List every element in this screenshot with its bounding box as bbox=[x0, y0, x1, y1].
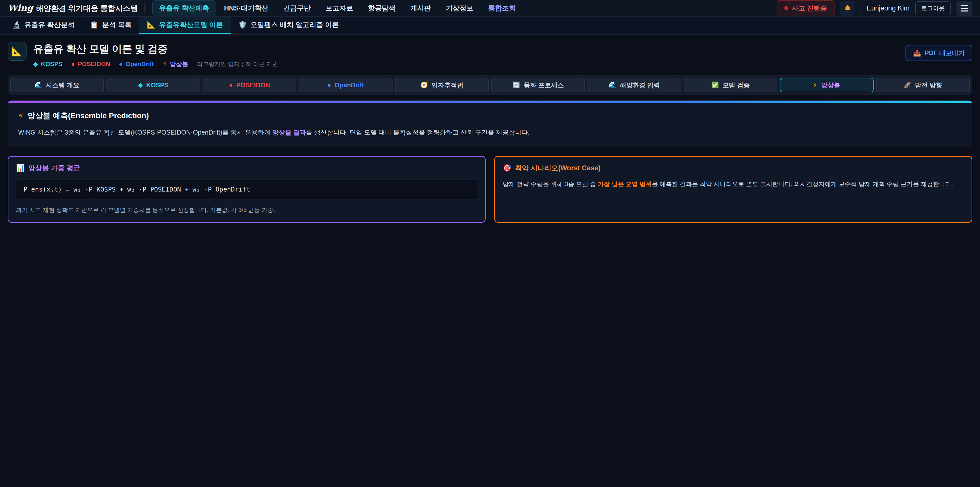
page-icon-box: 📐 bbox=[8, 42, 27, 61]
notification-bell-button[interactable] bbox=[840, 1, 855, 16]
ensemble-panel-description: WING 시스템은 3종의 유출유 확산 모델(KOSPS·POSEIDON·O… bbox=[18, 128, 962, 137]
hamburger-menu-icon[interactable] bbox=[956, 1, 972, 16]
logout-button[interactable]: 로그아웃 bbox=[915, 1, 951, 15]
app-logo: Wing 해양환경 위기대응 통합시스템 bbox=[8, 3, 138, 14]
section-button-system-overview[interactable]: 🌊 시스템 개요 bbox=[10, 78, 104, 92]
main-nav: 유출유 확산예측 HNS·대기확산 긴급구난 보고자료 항공탐색 게시판 기상정… bbox=[151, 0, 523, 16]
page-header-text: 유출유 확산 모델 이론 및 검증 ◆ KOSPS ● POSEIDON ● O… bbox=[33, 42, 278, 68]
circle-icon: ● bbox=[229, 81, 233, 89]
weighted-average-caption: 과거 사고 재현 정확도 기반으로 각 모델별 가중치를 동적으로 산정합니다.… bbox=[16, 206, 477, 214]
tab-oil-fence-algorithm-theory[interactable]: 🛡️ 오일펜스 배치 알고리즘 이론 bbox=[231, 17, 347, 34]
shield-icon: 🛡️ bbox=[239, 21, 247, 29]
compass-icon: 🧭 bbox=[420, 81, 428, 89]
lightning-icon: ⚡ bbox=[162, 61, 167, 68]
top-navigation-bar: Wing 해양환경 위기대응 통합시스템 유출유 확산예측 HNS·대기확산 긴… bbox=[0, 0, 980, 17]
triangle-ruler-icon: 📐 bbox=[147, 21, 156, 29]
section-nav: 🌊 시스템 개요 ◆ KOSPS ● POSEIDON ● OpenDrift … bbox=[8, 75, 972, 95]
nav-divider bbox=[145, 3, 145, 13]
incident-badge-label: 사고 진행중 bbox=[792, 4, 827, 13]
topnav-right-group: 사고 진행중 Eunjeong Kim 로그아웃 bbox=[776, 0, 972, 16]
tab-analysis-list[interactable]: 📋 분석 목록 bbox=[82, 17, 139, 34]
section-button-poseidon[interactable]: ● POSEIDON bbox=[203, 78, 296, 92]
app-title: 해양환경 위기대응 통합시스템 bbox=[36, 3, 138, 14]
nav-item-board[interactable]: 게시판 bbox=[404, 0, 438, 16]
weighted-average-title: 📊 앙상블 가중 평균 bbox=[16, 163, 477, 172]
target-icon: 🎯 bbox=[503, 164, 511, 172]
section-button-kosps[interactable]: ◆ KOSPS bbox=[107, 78, 200, 92]
diamond-icon: ◆ bbox=[33, 61, 38, 68]
worst-case-card: 🎯 최악 시나리오(Worst Case) 방제 전략 수립을 위해 3종 모델… bbox=[494, 156, 972, 223]
section-button-ensemble[interactable]: ⚡ 앙상블 bbox=[780, 78, 873, 92]
check-icon: ✅ bbox=[711, 81, 719, 89]
lightning-icon: ⚡ bbox=[813, 81, 818, 89]
circle-icon: ● bbox=[328, 81, 331, 89]
badge-ensemble: ⚡ 앙상블 bbox=[162, 60, 188, 68]
badge-opendrift: ● OpenDrift bbox=[119, 61, 154, 68]
ensemble-formula-code: P_ens(x,t) = w₁ ·P_KOSPS + w₂ ·P_POSEIDO… bbox=[16, 179, 477, 200]
tab-label: 분석 목록 bbox=[102, 20, 132, 29]
model-badge-row: ◆ KOSPS ● POSEIDON ● OpenDrift ⚡ 앙상블 라그랑… bbox=[33, 60, 278, 68]
bar-chart-icon: 📊 bbox=[16, 164, 25, 172]
ensemble-cards-row: 📊 앙상블 가중 평균 P_ens(x,t) = w₁ ·P_KOSPS + w… bbox=[8, 156, 972, 223]
nav-item-hns-air-diffusion[interactable]: HNS·대기확산 bbox=[218, 0, 275, 16]
tab-label: 유출유 확산분석 bbox=[24, 20, 75, 29]
bell-icon bbox=[843, 4, 852, 12]
badge-kosps: ◆ KOSPS bbox=[33, 61, 62, 68]
logo-wordmark: Wing bbox=[8, 3, 33, 13]
page-header: 📐 유출유 확산 모델 이론 및 검증 ◆ KOSPS ● POSEIDON ●… bbox=[0, 35, 980, 73]
export-icon: 📤 bbox=[913, 49, 921, 57]
diamond-icon: ◆ bbox=[138, 81, 143, 89]
nav-item-oil-spill-prediction[interactable]: 유출유 확산예측 bbox=[152, 0, 216, 16]
widest-range-highlight: 가장 넓은 오염 범위 bbox=[598, 180, 652, 187]
ensemble-result-highlight: 앙상블 결과 bbox=[272, 129, 306, 136]
ensemble-panel-title: ⚡ 앙상블 예측(Ensemble Prediction) bbox=[18, 110, 962, 121]
section-button-model-validation[interactable]: ✅ 모델 검증 bbox=[684, 78, 777, 92]
wave-icon: 🌊 bbox=[609, 81, 616, 89]
badge-poseidon: ● POSEIDON bbox=[71, 61, 110, 68]
nav-item-integrated-search[interactable]: 통합조회 bbox=[482, 0, 522, 16]
lightning-icon: ⚡ bbox=[18, 111, 24, 120]
tab-diffusion-model-theory[interactable]: 📐 유출유확산모델 이론 bbox=[139, 17, 231, 34]
sub-tab-bar: 🔬 유출유 확산분석 📋 분석 목록 📐 유출유확산모델 이론 🛡️ 오일펜스 … bbox=[0, 17, 980, 35]
tab-label: 오일펜스 배치 알고리즘 이론 bbox=[250, 20, 339, 29]
incident-status-badge[interactable]: 사고 진행중 bbox=[776, 0, 835, 16]
username-label: Eunjeong Kim bbox=[867, 4, 910, 12]
circle-icon: ● bbox=[119, 61, 123, 68]
tab-oil-spill-analysis[interactable]: 🔬 유출유 확산분석 bbox=[5, 17, 82, 34]
wave-icon: 🌊 bbox=[35, 81, 42, 89]
worst-case-description: 방제 전략 수립을 위해 3종 모델 중 가장 넓은 오염 범위를 예측한 결과… bbox=[503, 179, 964, 189]
tab-label: 유출유확산모델 이론 bbox=[159, 20, 223, 29]
weighted-average-card: 📊 앙상블 가중 평균 P_ens(x,t) = w₁ ·P_KOSPS + w… bbox=[8, 156, 486, 223]
ensemble-prediction-panel: ⚡ 앙상블 예측(Ensemble Prediction) WING 시스템은 … bbox=[8, 101, 972, 147]
microscope-icon: 🔬 bbox=[12, 21, 21, 29]
section-button-marine-env-input[interactable]: 🌊 해양환경 입력 bbox=[587, 78, 681, 92]
pdf-export-label: PDF 내보내기 bbox=[924, 49, 965, 57]
worst-case-title: 🎯 최악 시나리오(Worst Case) bbox=[503, 163, 964, 172]
pdf-export-button[interactable]: 📤 PDF 내보내기 bbox=[905, 45, 972, 61]
user-divider bbox=[861, 3, 861, 14]
section-button-weathering-process[interactable]: 🔄 풍화 프로세스 bbox=[491, 78, 585, 92]
gradient-accent-bar bbox=[8, 101, 972, 103]
nav-item-emergency-rescue[interactable]: 긴급구난 bbox=[277, 0, 318, 16]
cycle-arrows-icon: 🔄 bbox=[512, 81, 520, 89]
circle-icon: ● bbox=[71, 61, 75, 68]
clipboard-icon: 📋 bbox=[90, 21, 99, 29]
triangle-ruler-icon: 📐 bbox=[11, 46, 23, 57]
nav-item-weather-info[interactable]: 기상정보 bbox=[439, 0, 480, 16]
nav-item-aerial-search[interactable]: 항공탐색 bbox=[361, 0, 402, 16]
incident-dot-icon bbox=[784, 6, 788, 10]
page-title: 유출유 확산 모델 이론 및 검증 bbox=[33, 42, 278, 56]
section-button-particle-tracking[interactable]: 🧭 입자추적법 bbox=[395, 78, 489, 92]
section-button-future-direction[interactable]: 🚀 발전 방향 bbox=[876, 78, 970, 92]
ensemble-panel-body: ⚡ 앙상블 예측(Ensemble Prediction) WING 시스템은 … bbox=[8, 103, 972, 147]
nav-item-reports[interactable]: 보고자료 bbox=[319, 0, 360, 16]
header-subtitle-note: 라그랑지안 입자추적 이론 기반 bbox=[197, 60, 278, 68]
rocket-icon: 🚀 bbox=[904, 81, 912, 89]
section-button-opendrift[interactable]: ● OpenDrift bbox=[299, 78, 393, 92]
